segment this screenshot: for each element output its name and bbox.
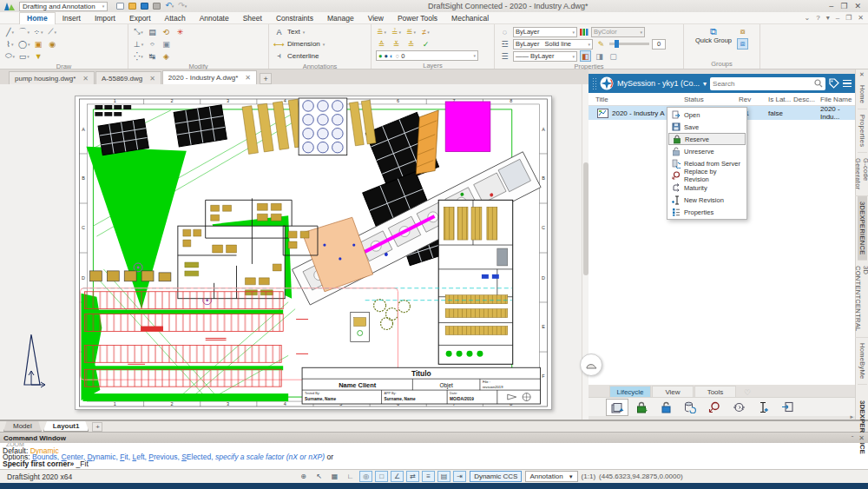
dimension-button[interactable]: ⟷Dimension▾ bbox=[273, 38, 366, 50]
text-button[interactable]: AText▾ bbox=[273, 26, 366, 37]
esnap-icon[interactable]: □ bbox=[375, 471, 388, 482]
linestyle-dropdown[interactable]: ByLayer Solid line▾ bbox=[513, 39, 593, 50]
pattern-tool-icon[interactable]: ⁛▾ bbox=[133, 50, 144, 62]
properties-panel-icon[interactable]: ◨ bbox=[594, 50, 605, 62]
option-selected[interactable]: SElected, bbox=[181, 454, 213, 461]
floor-plan-drawing[interactable]: 12345678 12345678 ABCDEF ABCDEF bbox=[76, 96, 551, 409]
bycolor-dropdown[interactable]: ByColor▾ bbox=[591, 27, 645, 37]
close-command-icon[interactable]: ✕ bbox=[858, 434, 865, 442]
option-dynamic[interactable]: Dynamic, bbox=[87, 454, 117, 461]
drag-grip-icon[interactable] bbox=[592, 77, 596, 89]
menu-icon[interactable] bbox=[843, 80, 852, 88]
col-desc[interactable]: Desc... bbox=[793, 96, 815, 103]
reload-db-button[interactable] bbox=[679, 399, 701, 416]
layer-iso-icon[interactable]: ≠▾ bbox=[420, 26, 431, 37]
close-button[interactable]: ✕ bbox=[854, 2, 861, 10]
polyline-tool-icon[interactable]: ⟋▾ bbox=[47, 26, 58, 37]
ellipse-tool-icon[interactable]: ⬭▾ bbox=[4, 50, 16, 62]
side-tab-home[interactable]: Home bbox=[858, 80, 867, 109]
workspace-selector[interactable]: Drafting and Annotation▾ bbox=[19, 2, 108, 11]
circle-tool-icon[interactable]: ◯▾ bbox=[18, 38, 30, 50]
menu-replace-by-revision[interactable]: Replace by Revision bbox=[668, 169, 746, 182]
doc-minimize-icon[interactable]: – bbox=[836, 14, 839, 22]
side-tab-properties[interactable]: Properties bbox=[858, 109, 867, 153]
menu-maturity[interactable]: Maturity bbox=[668, 182, 746, 194]
close-panel-icon[interactable]: ✕ bbox=[859, 69, 865, 80]
reserve-button[interactable] bbox=[630, 399, 653, 416]
save-icon[interactable] bbox=[141, 3, 148, 10]
assistant-bubble-button[interactable] bbox=[580, 354, 602, 376]
match-properties-icon[interactable]: ◧ bbox=[580, 50, 591, 62]
pen-icon[interactable]: ✎ bbox=[595, 38, 607, 50]
layer-on-icon[interactable]: ≚ bbox=[391, 38, 402, 50]
grid-icon[interactable]: ▦ bbox=[328, 471, 341, 482]
menu-export[interactable]: Export bbox=[122, 12, 158, 24]
layer-dropdown[interactable]: ●●◐○ 0▾ bbox=[376, 50, 478, 61]
col-rev[interactable]: Rev bbox=[739, 96, 751, 103]
tab-layout1[interactable]: Layout1 bbox=[43, 421, 89, 432]
menu-attach[interactable]: Attach bbox=[158, 12, 193, 24]
new-file-icon[interactable] bbox=[116, 3, 124, 10]
favorite-icon[interactable]: ♡ bbox=[744, 388, 751, 397]
command-lines[interactable]: _ZOOM Default: Dynamic Options: Bounds, … bbox=[0, 443, 868, 469]
doc-close-icon[interactable]: ✕ bbox=[858, 14, 864, 22]
panel-hscrollbar[interactable]: ▸ bbox=[589, 416, 855, 420]
side-tab-3dexperience[interactable]: 3DEXPERIENCE bbox=[858, 196, 867, 261]
expand-command-icon[interactable]: ˆ bbox=[852, 434, 854, 442]
layer-off-icon[interactable]: ≙ bbox=[376, 38, 387, 50]
col-status[interactable]: Status bbox=[684, 96, 704, 103]
arc-tool-icon[interactable]: ⌒▾ bbox=[18, 26, 30, 37]
layer-manager-icon[interactable]: ≞▾ bbox=[376, 26, 387, 37]
col-file-name[interactable]: File Name bbox=[820, 96, 852, 103]
option-left[interactable]: Left, bbox=[132, 454, 147, 461]
add-sheet-button[interactable]: + bbox=[92, 422, 102, 432]
trim-tool-icon[interactable]: ⊥▾ bbox=[133, 38, 144, 50]
layer-freeze-icon[interactable]: ≟▾ bbox=[391, 26, 402, 37]
lineweight-dropdown[interactable]: ——ByLayer▾ bbox=[513, 51, 577, 62]
polar-icon[interactable]: ◎ bbox=[359, 471, 372, 482]
help-icon[interactable]: ? bbox=[816, 14, 819, 22]
command-window[interactable]: Command Window ˆ✕ _ZOOM Default: Dynamic… bbox=[0, 432, 868, 469]
help-menu-icon[interactable]: ▾ bbox=[826, 14, 830, 22]
tab-model[interactable]: Model bbox=[3, 421, 42, 432]
lineweight-display-icon[interactable]: ≡ bbox=[422, 471, 435, 482]
hatch-tool-icon[interactable]: ▼ bbox=[33, 50, 44, 62]
tab-view[interactable]: View bbox=[652, 386, 694, 397]
menu-properties[interactable]: Properties bbox=[668, 206, 746, 218]
option-previous[interactable]: Previous, bbox=[148, 454, 179, 461]
stretch-tool-icon[interactable]: ↹ bbox=[147, 50, 158, 62]
side-tab-3dcontentcentral[interactable]: 3D CONTENTCENTRAL bbox=[853, 261, 868, 337]
close-tab-icon[interactable]: ✕ bbox=[82, 75, 89, 83]
menu-insert[interactable]: Insert bbox=[56, 12, 88, 24]
grip-icon[interactable]: ↖ bbox=[312, 471, 326, 482]
layer-lock-icon[interactable]: ≝▾ bbox=[405, 26, 417, 37]
menu-home[interactable]: Home bbox=[19, 12, 56, 24]
scroll-right-icon[interactable]: ▸ bbox=[850, 413, 853, 420]
menu-new-revision[interactable]: New Revision bbox=[668, 194, 746, 206]
tab-lifecycle[interactable]: Lifecycle bbox=[609, 386, 651, 397]
open-file-icon[interactable] bbox=[128, 3, 136, 10]
menu-save[interactable]: Save bbox=[668, 121, 746, 133]
print-icon[interactable] bbox=[153, 3, 161, 10]
drawing-canvas[interactable]: 12345678 12345678 ABCDEF ABCDEF bbox=[0, 84, 589, 420]
line-tool-icon[interactable]: ╱▾ bbox=[4, 26, 16, 37]
clean-screen-icon[interactable]: ▢ bbox=[608, 50, 619, 62]
close-tab-icon[interactable]: ✕ bbox=[149, 75, 155, 83]
option-fit[interactable]: Fit, bbox=[120, 454, 130, 461]
menu-sheet[interactable]: Sheet bbox=[236, 12, 269, 24]
search-box[interactable] bbox=[710, 77, 825, 90]
explode-tool-icon[interactable]: ✳ bbox=[174, 26, 186, 37]
replace-revision-button[interactable] bbox=[703, 399, 726, 416]
menu-power-tools[interactable]: Power Tools bbox=[391, 12, 444, 24]
polygon-tool-icon[interactable]: ▣ bbox=[33, 38, 44, 50]
menu-reserve[interactable]: Reserve bbox=[668, 133, 746, 145]
swap-icon[interactable]: ⇄ bbox=[406, 471, 419, 482]
fillet-tool-icon[interactable]: ⌔ bbox=[147, 38, 158, 50]
group-toggle-icon[interactable]: ⧈ bbox=[737, 38, 748, 50]
donut-tool-icon[interactable]: ◉ bbox=[47, 38, 58, 50]
transparency-value[interactable]: 0 bbox=[652, 39, 666, 50]
print-area-icon[interactable]: ▤ bbox=[437, 471, 450, 482]
linecolor-dropdown[interactable]: ByLayer▾ bbox=[513, 27, 577, 37]
unreserve-button[interactable] bbox=[654, 399, 677, 416]
doc-tab-industry-a[interactable]: 2020 - Industry A.dwg*✕ bbox=[162, 70, 257, 84]
